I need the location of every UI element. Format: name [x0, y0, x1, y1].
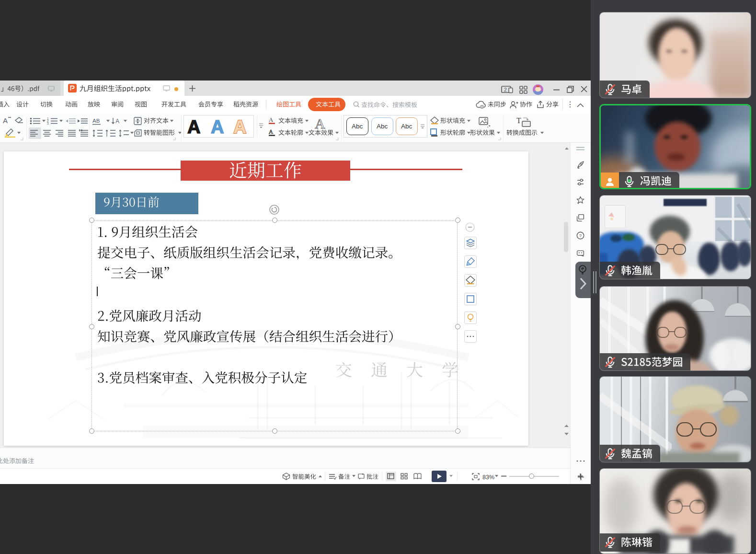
svg-text:T: T [516, 116, 521, 125]
svg-text:AB: AB [92, 118, 100, 124]
svg-text:3: 3 [47, 122, 49, 125]
svg-text:2: 2 [504, 87, 507, 92]
svg-text:A: A [233, 117, 246, 137]
svg-text:A: A [269, 116, 273, 123]
svg-text:A: A [211, 117, 224, 137]
svg-text:A: A [187, 117, 200, 137]
svg-text:A: A [269, 128, 273, 135]
svg-text:?: ? [579, 233, 582, 238]
svg-text:A: A [115, 118, 119, 125]
